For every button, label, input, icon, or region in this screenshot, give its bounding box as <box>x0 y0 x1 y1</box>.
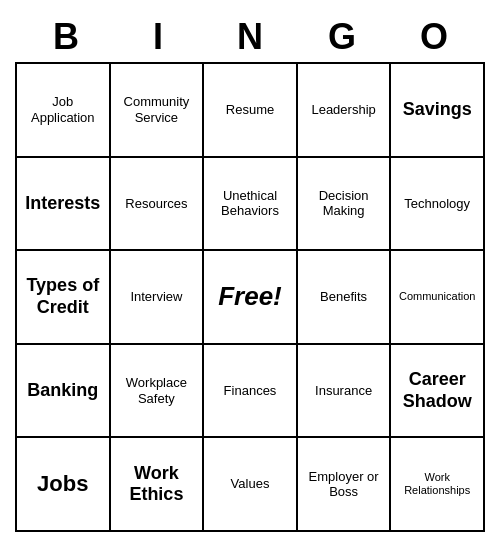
cell-2-1: Interests <box>17 158 111 252</box>
header-letter-b: B <box>20 16 112 58</box>
cell-2-2: Resources <box>111 158 205 252</box>
bingo-grid: Job Application Community Service Resume… <box>15 62 485 532</box>
cell-1-1: Job Application <box>17 64 111 158</box>
cell-5-3: Values <box>204 438 298 532</box>
cell-3-5: Communication <box>391 251 485 345</box>
cell-1-5: Savings <box>391 64 485 158</box>
cell-4-5: Career Shadow <box>391 345 485 439</box>
cell-4-4: Insurance <box>298 345 392 439</box>
cell-3-2: Interview <box>111 251 205 345</box>
cell-3-3-free: Free! <box>204 251 298 345</box>
header-letter-n: N <box>204 16 296 58</box>
cell-1-3: Resume <box>204 64 298 158</box>
cell-4-3: Finances <box>204 345 298 439</box>
cell-5-5: Work Relationships <box>391 438 485 532</box>
cell-5-1: Jobs <box>17 438 111 532</box>
cell-5-4: Employer or Boss <box>298 438 392 532</box>
cell-4-1: Banking <box>17 345 111 439</box>
cell-2-3: Unethical Behaviors <box>204 158 298 252</box>
cell-5-2: Work Ethics <box>111 438 205 532</box>
header-letter-o: O <box>388 16 480 58</box>
cell-3-4: Benefits <box>298 251 392 345</box>
bingo-header: B I N G O <box>15 12 485 62</box>
cell-2-5: Technology <box>391 158 485 252</box>
header-letter-g: G <box>296 16 388 58</box>
bingo-card: B I N G O Job Application Community Serv… <box>15 12 485 532</box>
cell-3-1: Types of Credit <box>17 251 111 345</box>
header-letter-i: I <box>112 16 204 58</box>
cell-1-4: Leadership <box>298 64 392 158</box>
cell-2-4: Decision Making <box>298 158 392 252</box>
cell-4-2: Workplace Safety <box>111 345 205 439</box>
cell-1-2: Community Service <box>111 64 205 158</box>
